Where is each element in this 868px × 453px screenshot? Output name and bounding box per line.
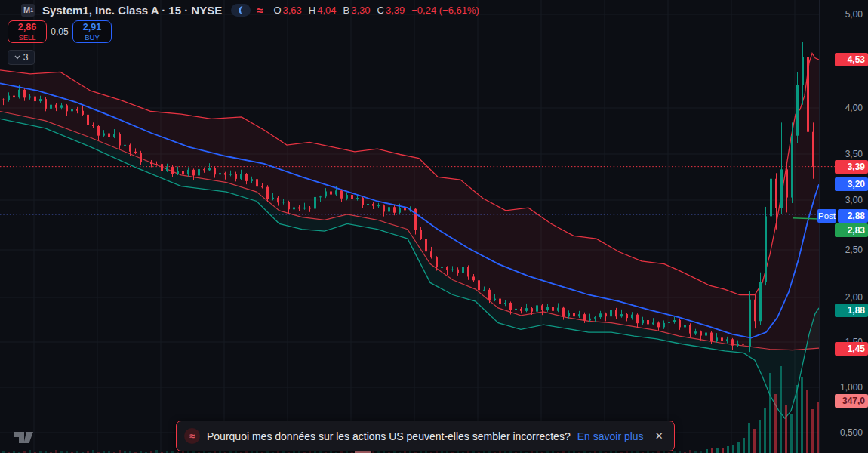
symbol-header: M1 System1, Inc. Class A · 15 · NYSE ≈ O… <box>21 2 479 17</box>
spread-value: 0,05 <box>47 26 72 37</box>
low-label: B <box>343 5 350 16</box>
price-label-text: 4,53 <box>848 54 866 65</box>
tradingview-logo[interactable] <box>12 427 38 445</box>
axis-tick-label: 1,000 <box>840 382 863 393</box>
price-axis[interactable]: 5,004,003,503,002,502,001,501,0000,5004,… <box>817 0 868 453</box>
axis-tick-label: 3,50 <box>845 149 863 159</box>
market-closed-moon-icon[interactable] <box>231 4 251 17</box>
price-label-text: 1,45 <box>848 344 866 354</box>
high-value: 4,04 <box>317 5 336 16</box>
notice-message: Pourquoi mes données sur les actions US … <box>207 430 571 442</box>
price-label-text: 2,83 <box>848 225 866 236</box>
axis-tick-label: 3,00 <box>845 195 863 205</box>
delayed-data-icon[interactable]: ≈ <box>257 4 263 17</box>
collapsed-indicators-chip[interactable]: 3 <box>8 50 35 65</box>
axis-tick-label: 2,50 <box>845 245 863 255</box>
axis-tick-label: 2,00 <box>845 292 863 303</box>
data-notice-toast: ≈ Pourquoi mes données sur les actions U… <box>176 421 675 451</box>
price-label-text: 347,0 <box>842 396 865 406</box>
sell-label: SELL <box>18 34 35 42</box>
close-label: C <box>377 5 384 16</box>
trade-panel: 2,86 SELL 0,05 2,91 BUY <box>8 20 112 43</box>
sell-price: 2,86 <box>18 23 36 32</box>
chevron-down-icon <box>14 55 20 60</box>
post-market-tag-text: Post <box>818 211 836 220</box>
notice-approx-icon: ≈ <box>184 428 200 444</box>
moon-icon <box>236 5 246 15</box>
high-label: H <box>309 5 315 16</box>
buy-label: BUY <box>85 34 100 42</box>
symbol-logo[interactable]: M1 <box>21 4 35 17</box>
change-value: −0,24 (−6,61%) <box>411 5 479 16</box>
close-icon[interactable]: ✕ <box>655 430 663 442</box>
price-label-text: 3,20 <box>848 179 866 190</box>
chip-count: 3 <box>23 52 29 63</box>
price-label-text: 1,88 <box>848 305 866 316</box>
price-chart-canvas[interactable]: 5,004,003,503,002,502,001,501,0000,5004,… <box>0 0 868 453</box>
buy-button[interactable]: 2,91 BUY <box>72 20 112 43</box>
close-value: 3,39 <box>386 5 405 16</box>
sell-button[interactable]: 2,86 SELL <box>8 20 47 43</box>
price-label-text: 3,39 <box>848 162 866 172</box>
learn-more-link[interactable]: En savoir plus <box>577 430 644 442</box>
trading-app-window: 5,004,003,503,002,502,001,501,0000,5004,… <box>0 0 868 453</box>
ohlc-readout: O3,63 H4,04 B3,30 C3,39 −0,24 (−6,61%) <box>273 5 479 16</box>
buy-price: 2,91 <box>83 23 101 32</box>
axis-tick-label: 4,00 <box>845 103 863 113</box>
low-value: 3,30 <box>351 5 370 16</box>
price-label-text: 2,88 <box>848 211 866 221</box>
axis-tick-label: 0,500 <box>840 427 863 438</box>
open-label: O <box>273 5 281 16</box>
open-value: 3,63 <box>283 5 302 16</box>
axis-tick-label: 5,00 <box>845 9 863 20</box>
band-fill <box>0 54 819 350</box>
symbol-title[interactable]: System1, Inc. Class A · 15 · NYSE <box>42 4 222 17</box>
